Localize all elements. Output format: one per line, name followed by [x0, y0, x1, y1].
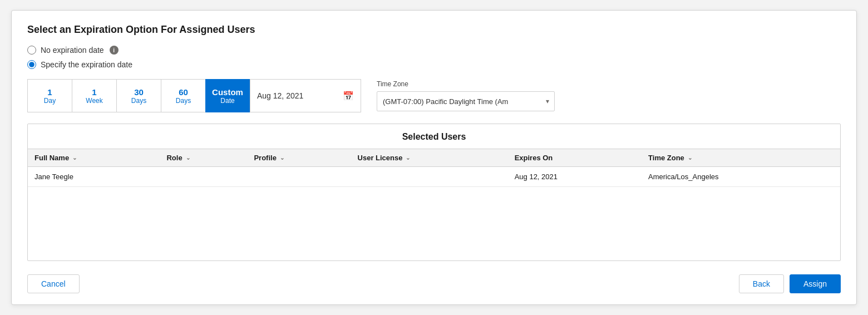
duration-custom-date[interactable]: Custom Date — [205, 79, 250, 112]
info-icon: i — [110, 46, 119, 55]
col-expires-on: Expires On — [508, 149, 642, 167]
calendar-icon[interactable]: 📅 — [343, 91, 354, 101]
duration-1-day[interactable]: 1 Day — [27, 79, 72, 112]
no-expiration-label: No expiration date — [41, 46, 104, 55]
col-full-name[interactable]: Full Name ⌄ — [28, 149, 160, 167]
back-button[interactable]: Back — [739, 274, 784, 293]
cell-user-license — [351, 167, 508, 187]
selected-users-title: Selected Users — [28, 124, 840, 149]
table-row: Jane Teegle Aug 12, 2021 America/Los_Ang… — [28, 167, 840, 187]
right-buttons: Back Assign — [739, 274, 841, 293]
cell-full-name: Jane Teegle — [28, 167, 160, 187]
specify-expiration-label: Specify the expiration date — [41, 60, 132, 69]
date-input-wrapper[interactable]: Aug 12, 2021 📅 — [250, 79, 361, 112]
dialog-title: Select an Expiration Option For Assigned… — [27, 24, 841, 36]
col-time-zone[interactable]: Time Zone ⌄ — [642, 149, 840, 167]
col-role[interactable]: Role ⌄ — [160, 149, 247, 167]
dialog: Select an Expiration Option For Assigned… — [11, 10, 857, 305]
cell-profile — [247, 167, 351, 187]
cell-time-zone: America/Los_Angeles — [642, 167, 840, 187]
expiry-options-row: 1 Day 1 Week 30 Days 60 Days Custom Date… — [27, 79, 841, 112]
timezone-select-wrapper[interactable]: (GMT-07:00) Pacific Daylight Time (Am — [377, 91, 555, 111]
specify-expiration-radio[interactable] — [27, 60, 36, 69]
table-header-row: Full Name ⌄ Role ⌄ Profile ⌄ — [28, 149, 840, 167]
duration-60-days[interactable]: 60 Days — [161, 79, 205, 112]
timezone-label: Time Zone — [377, 80, 555, 88]
specify-expiration-option[interactable]: Specify the expiration date — [27, 60, 841, 69]
assign-button[interactable]: Assign — [790, 274, 841, 293]
no-expiration-radio[interactable] — [27, 46, 36, 55]
no-expiration-option[interactable]: No expiration date i — [27, 46, 841, 55]
duration-30-days[interactable]: 30 Days — [116, 79, 161, 112]
sort-full-name-icon: ⌄ — [72, 155, 77, 161]
col-user-license[interactable]: User License ⌄ — [351, 149, 508, 167]
date-value: Aug 12, 2021 — [257, 91, 338, 100]
sort-user-license-icon: ⌄ — [406, 155, 410, 161]
selected-users-section: Selected Users Full Name ⌄ Role ⌄ — [27, 124, 841, 261]
cell-role — [160, 167, 247, 187]
sort-profile-icon: ⌄ — [280, 155, 284, 161]
timezone-select[interactable]: (GMT-07:00) Pacific Daylight Time (Am — [377, 91, 555, 111]
duration-1-week[interactable]: 1 Week — [72, 79, 116, 112]
users-table: Full Name ⌄ Role ⌄ Profile ⌄ — [28, 149, 840, 187]
sort-role-icon: ⌄ — [186, 155, 190, 161]
cancel-button[interactable]: Cancel — [27, 274, 80, 293]
cell-expires-on: Aug 12, 2021 — [508, 167, 642, 187]
col-profile[interactable]: Profile ⌄ — [247, 149, 351, 167]
sort-time-zone-icon: ⌄ — [688, 155, 692, 161]
radio-group: No expiration date i Specify the expirat… — [27, 46, 841, 69]
timezone-wrapper: Time Zone (GMT-07:00) Pacific Daylight T… — [377, 80, 555, 111]
footer-row: Cancel Back Assign — [27, 270, 841, 293]
